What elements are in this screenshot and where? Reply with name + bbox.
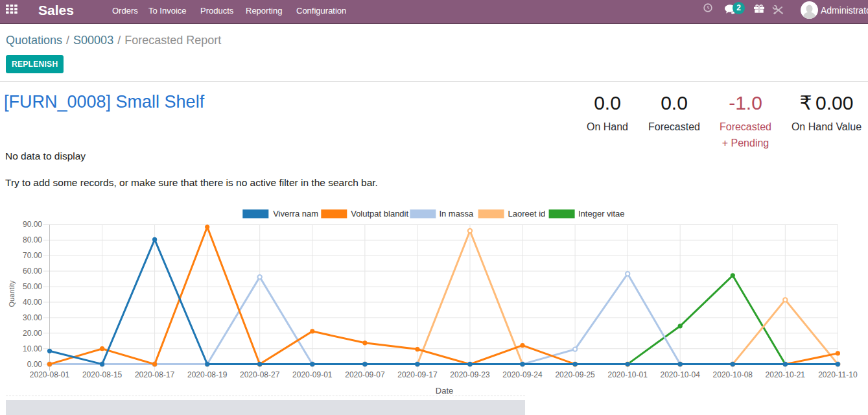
svg-text:2020-08-19: 2020-08-19 — [187, 370, 228, 379]
svg-text:2020-09-23: 2020-09-23 — [450, 370, 490, 379]
svg-text:Quantity: Quantity — [8, 280, 16, 307]
svg-text:2020-09-17: 2020-09-17 — [397, 370, 438, 379]
svg-text:2020-09-01: 2020-09-01 — [292, 370, 333, 379]
svg-text:Date: Date — [436, 386, 453, 396]
svg-text:2020-09-24: 2020-09-24 — [502, 370, 543, 379]
svg-text:2020-10-21: 2020-10-21 — [766, 370, 806, 379]
svg-text:In massa: In massa — [439, 209, 474, 219]
svg-text:2020-10-01: 2020-10-01 — [608, 370, 648, 379]
svg-text:40.00: 40.00 — [23, 298, 42, 307]
svg-text:60.00: 60.00 — [23, 267, 42, 276]
svg-text:2020-08-17: 2020-08-17 — [135, 370, 175, 379]
svg-text:2020-10-08: 2020-10-08 — [713, 370, 753, 379]
svg-text:Volutpat blandit: Volutpat blandit — [351, 209, 408, 219]
svg-text:30.00: 30.00 — [23, 313, 42, 322]
svg-text:2020-10-04: 2020-10-04 — [661, 370, 701, 379]
svg-text:2020-08-27: 2020-08-27 — [240, 370, 280, 379]
svg-text:2020-09-07: 2020-09-07 — [345, 370, 385, 379]
svg-text:Integer vitae: Integer vitae — [578, 209, 625, 219]
svg-text:2020-08-01: 2020-08-01 — [30, 370, 70, 379]
svg-text:90.00: 90.00 — [23, 220, 42, 229]
svg-text:10.00: 10.00 — [23, 344, 42, 353]
svg-text:Laoreet id: Laoreet id — [508, 209, 546, 219]
svg-text:Viverra nam: Viverra nam — [273, 209, 318, 219]
svg-text:50.00: 50.00 — [23, 282, 42, 291]
svg-text:2020-08-15: 2020-08-15 — [82, 370, 123, 379]
svg-text:2020-09-25: 2020-09-25 — [555, 370, 595, 379]
svg-text:80.00: 80.00 — [23, 235, 42, 244]
svg-text:70.00: 70.00 — [23, 251, 42, 260]
svg-text:20.00: 20.00 — [23, 329, 42, 338]
svg-text:0.00: 0.00 — [27, 360, 43, 369]
svg-text:2020-11-10: 2020-11-10 — [818, 370, 858, 379]
